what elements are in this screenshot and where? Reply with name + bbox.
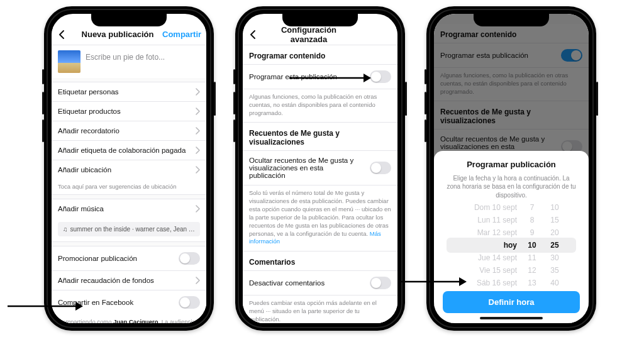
chevron-right-icon <box>195 277 200 284</box>
caption-input[interactable]: Escribe un pie de foto... <box>86 50 200 73</box>
add-music-label: Añadir música <box>58 205 195 213</box>
section-comments: Comentarios <box>243 251 397 271</box>
caption-row[interactable]: Escribe un pie de foto... <box>52 45 206 78</box>
picker-option[interactable]: 9 <box>530 227 535 238</box>
picker-option[interactable]: 10 <box>550 202 558 213</box>
tag-products-row[interactable]: Etiquetar productos <box>52 102 206 121</box>
picker-option[interactable]: 25 <box>550 240 558 251</box>
picker-option[interactable]: 11 <box>528 252 536 263</box>
picker-option[interactable]: 12 <box>528 265 536 276</box>
picker-option[interactable]: Dom 10 sept <box>474 202 517 213</box>
picker-day-column[interactable]: Dom 10 septLun 11 septMar 12 septhoyJue … <box>460 202 517 289</box>
chevron-right-icon <box>195 127 200 135</box>
annotation-arrow <box>289 73 371 83</box>
promote-post-toggle[interactable] <box>179 252 200 265</box>
picker-option[interactable]: 7 <box>530 202 535 213</box>
chevron-right-icon <box>195 88 200 96</box>
section-likes: Recuentos de Me gusta y visualizaciones <box>243 123 397 151</box>
paid-partnership-label: Añadir etiqueta de colaboración pagada <box>58 146 195 154</box>
annotation-arrow <box>8 301 83 312</box>
notch <box>282 13 358 26</box>
notch <box>91 13 167 26</box>
post-thumbnail[interactable] <box>58 50 80 73</box>
schedule-desc: Algunas funciones, como la publicación e… <box>243 89 397 123</box>
disable-comments-toggle[interactable] <box>370 277 391 289</box>
tag-people-row[interactable]: Etiquetar personas <box>52 82 206 102</box>
music-note-icon: ♫ <box>63 226 68 233</box>
music-chip[interactable]: ♫summer on the inside · warner case, Jea… <box>58 222 200 236</box>
share-button[interactable]: Compartir <box>162 30 200 39</box>
paid-partnership-row[interactable]: Añadir etiqueta de colaboración pagada <box>52 141 206 160</box>
picker-option[interactable]: 10 <box>528 240 536 251</box>
notch <box>474 13 549 26</box>
disable-comments-label: Desactivar comentarios <box>249 279 370 287</box>
picker-option[interactable]: Sáb 16 sept <box>477 277 517 289</box>
picker-option[interactable]: Jue 14 sept <box>478 252 517 263</box>
fundraiser-label: Añadir recaudación de fondos <box>58 277 195 284</box>
schedule-post-toggle[interactable] <box>370 70 391 83</box>
hide-like-counts-label: Ocultar recuentos de Me gusta y visualiz… <box>249 157 356 179</box>
picker-option[interactable]: Vie 15 sept <box>479 265 517 276</box>
side-button <box>596 82 598 116</box>
picker-option[interactable]: 20 <box>550 227 558 238</box>
chevron-right-icon <box>195 108 200 115</box>
side-button <box>214 82 216 116</box>
datetime-picker[interactable]: Dom 10 septLun 11 septMar 12 septhoyJue … <box>440 204 582 286</box>
share-facebook-toggle[interactable] <box>179 296 200 309</box>
nav-title: Configuración avanzada <box>264 25 353 44</box>
picker-option[interactable]: 13 <box>528 277 536 289</box>
location-hint: Toca aquí para ver sugerencias de ubicac… <box>52 179 206 195</box>
side-button <box>405 82 407 116</box>
tag-people-label: Etiquetar personas <box>58 88 195 96</box>
define-time-button[interactable]: Definir hora <box>443 291 580 313</box>
nav-bar: Configuración avanzada . <box>243 24 397 45</box>
picker-minute-column[interactable]: 10152025303540 <box>547 202 562 289</box>
picker-option[interactable]: 35 <box>550 265 558 276</box>
sheet-title: Programar publicación <box>440 160 582 169</box>
section-schedule: Programar contenido <box>243 45 397 65</box>
picker-option[interactable]: Mar 12 sept <box>477 227 517 238</box>
picker-option[interactable]: 30 <box>550 252 558 263</box>
add-reminder-label: Añadir recordatorio <box>58 127 195 135</box>
picker-option[interactable]: 8 <box>530 214 535 226</box>
home-indicator <box>480 317 543 319</box>
picker-hour-column[interactable]: 78910111213 <box>525 202 540 289</box>
music-chip-label: summer on the inside · warner case, Jean… <box>70 226 201 233</box>
nav-title: Nueva publicación <box>73 30 162 39</box>
add-location-label: Añadir ubicación <box>58 166 195 174</box>
picker-option[interactable]: 40 <box>550 277 558 289</box>
schedule-sheet: Programar publicación Elige la fecha y l… <box>434 151 589 324</box>
promote-post-row[interactable]: Promocionar publicación <box>52 246 206 271</box>
annotation-arrow <box>397 277 467 287</box>
back-icon[interactable] <box>58 30 73 40</box>
picker-option[interactable]: Lun 11 sept <box>477 214 517 226</box>
picker-option[interactable]: 15 <box>550 214 558 226</box>
promote-post-label: Promocionar publicación <box>58 255 179 262</box>
likes-desc: Solo tú verás el número total de Me gust… <box>243 185 397 251</box>
hide-like-counts-toggle[interactable] <box>370 162 391 174</box>
share-facebook-note: Compartiendo como Juan Caciquero. La aud… <box>52 314 206 323</box>
phone-2: Configuración avanzada . Programar conte… <box>235 6 405 331</box>
hide-like-counts-row[interactable]: Ocultar recuentos de Me gusta y visualiz… <box>243 151 397 185</box>
fundraiser-row[interactable]: Añadir recaudación de fondos <box>52 271 206 290</box>
chevron-right-icon <box>195 146 200 154</box>
picker-option[interactable]: hoy <box>504 240 517 251</box>
comments-desc: Puedes cambiar esta opción más adelante … <box>243 296 397 323</box>
phone-3: Programar contenido Programar esta publi… <box>426 6 596 331</box>
add-reminder-row[interactable]: Añadir recordatorio <box>52 121 206 141</box>
nav-bar: Nueva publicación Compartir <box>52 24 206 45</box>
chevron-right-icon <box>195 166 200 174</box>
sheet-desc: Elige la fecha y la hora a continuación.… <box>440 174 582 205</box>
phone-1: Nueva publicación Compartir Escribe un p… <box>44 6 214 331</box>
chevron-right-icon <box>195 205 200 213</box>
add-music-row[interactable]: Añadir música <box>52 199 206 218</box>
tag-products-label: Etiquetar productos <box>58 108 195 115</box>
back-icon[interactable] <box>249 30 264 40</box>
add-location-row[interactable]: Añadir ubicación <box>52 160 206 179</box>
disable-comments-row[interactable]: Desactivar comentarios <box>243 271 397 296</box>
